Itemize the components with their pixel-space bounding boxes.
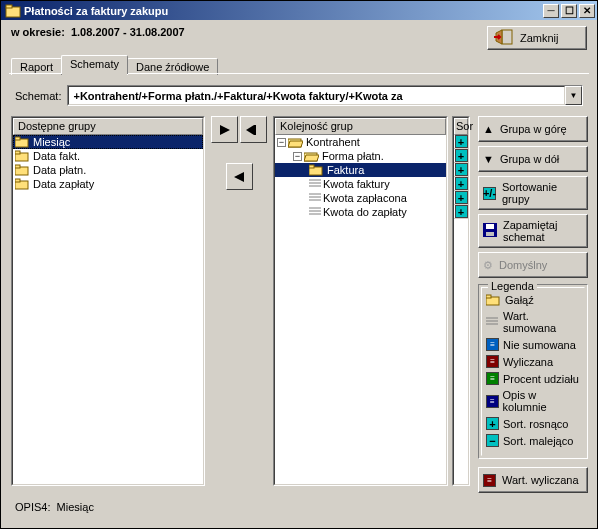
list-item[interactable]: Data zapłaty [13,177,203,191]
tabs: Raport Schematy Dane źródłowe [1,54,597,74]
collapse-icon[interactable]: − [277,138,286,147]
remember-scheme-button[interactable]: Zapamiętaj schemat [478,214,588,248]
sort-asc-icon[interactable]: + [455,163,468,176]
svg-rect-29 [486,295,491,298]
folder-open-icon [288,136,303,148]
close-window-button[interactable]: ✕ [579,4,595,18]
svg-rect-10 [15,179,20,182]
sort-asc-icon[interactable]: + [455,135,468,148]
schemat-input[interactable] [68,86,565,105]
percent-icon: ≡ [486,372,499,385]
svg-rect-4 [15,137,20,140]
schemat-label: Schemat: [15,90,61,102]
tab-schemes[interactable]: Schematy [61,55,128,74]
collapse-icon[interactable]: − [293,152,302,161]
tree-row[interactable]: − Kontrahent [275,135,446,149]
order-groups-panel: Kolejność grup − Kontrahent − Forma płat… [273,116,448,486]
tree-row[interactable]: Kwota zapłacona [275,191,446,205]
svg-rect-2 [502,30,512,44]
sort-asc-icon[interactable]: + [455,205,468,218]
folder-icon [15,164,30,176]
calc-icon: ≡ [486,355,499,368]
sort-desc-icon: − [486,434,499,447]
folder-icon [309,164,324,176]
svg-rect-1 [6,5,12,8]
move-right-button[interactable] [211,116,238,143]
folder-icon [15,136,30,148]
folder-icon [15,178,30,190]
app-icon [5,3,21,19]
calc-value-button[interactable]: ≡ Wart. wyliczana [478,467,588,493]
sort-asc-icon[interactable]: + [455,149,468,162]
default-button: ⚙ Domyślny [478,252,588,278]
list-item[interactable]: Miesiąc [13,135,203,149]
svg-rect-8 [15,165,20,168]
list-item[interactable]: Data płatn. [13,163,203,177]
status-bar: OPIS4: Miesiąc [1,493,597,521]
tree-row[interactable]: Kwota do zapłaty [275,205,446,219]
minimize-button[interactable]: ─ [543,4,559,18]
move-left-button[interactable] [226,163,253,190]
calc-icon: ≡ [483,474,496,487]
sort-header: Sor [454,118,468,135]
lines-icon [309,192,323,205]
close-button[interactable]: Zamknij [487,26,587,50]
group-down-button[interactable]: ▼ Grupa w dół [478,146,588,172]
window-title: Płatności za faktury zakupu [24,5,543,17]
up-icon: ▲ [483,123,494,135]
gear-icon: ⚙ [483,259,493,272]
legend-title: Legenda [488,280,537,292]
svg-rect-26 [486,224,494,229]
nosum-icon: ≡ [486,338,499,351]
sort-column: Sor + + + + + + [452,116,470,486]
maximize-button[interactable]: ☐ [561,4,577,18]
move-all-left-button[interactable] [240,116,267,143]
folder-icon [486,294,501,306]
sort-group-button[interactable]: +/- Sortowanie grupy [478,176,588,210]
tree-row[interactable]: − Forma płatn. [275,149,446,163]
sort-icon: +/- [483,187,496,200]
list-item[interactable]: Data fakt. [13,149,203,163]
svg-rect-27 [486,232,494,236]
lines-icon [309,206,323,219]
sort-asc-icon[interactable]: + [455,177,468,190]
available-groups-panel: Dostępne grupy Miesiąc Data fakt. Data p… [11,116,205,486]
period-label: w okresie: 1.08.2007 - 31.08.2007 [11,26,185,38]
group-up-button[interactable]: ▲ Grupa w górę [478,116,588,142]
svg-rect-15 [309,165,314,168]
svg-rect-6 [15,151,20,154]
col-icon: ≡ [486,395,499,408]
sort-asc-icon: + [486,417,499,430]
svg-rect-11 [254,125,256,135]
exit-icon [494,29,514,47]
down-icon: ▼ [483,153,494,165]
folder-icon [15,150,30,162]
lines-icon [486,316,499,329]
sort-asc-icon[interactable]: + [455,191,468,204]
folder-open-icon [304,150,319,162]
tree-row[interactable]: Kwota faktury [275,177,446,191]
lines-icon [309,178,323,191]
titlebar: Płatności za faktury zakupu ─ ☐ ✕ [1,1,597,20]
legend: Legenda Gałąź Wart. sumowana ≡Nie sumowa… [478,284,588,459]
save-icon [483,223,497,239]
order-groups-header: Kolejność grup [275,118,446,135]
tree-row[interactable]: Faktura [275,163,446,177]
schemat-combo[interactable]: ▼ [67,85,583,106]
available-groups-header: Dostępne grupy [13,118,203,135]
dropdown-button[interactable]: ▼ [565,86,582,105]
